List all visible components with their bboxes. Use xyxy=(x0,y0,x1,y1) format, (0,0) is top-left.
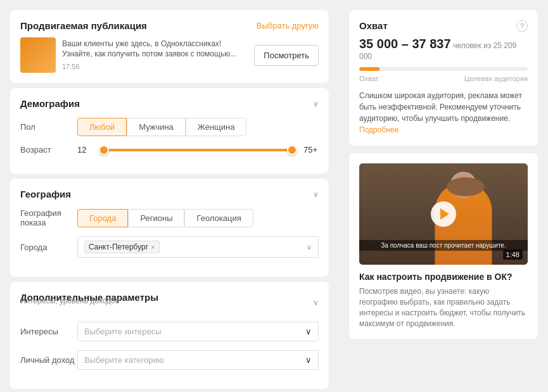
pub-header: Продвигаемая публикация Выбрать другую xyxy=(20,20,319,31)
gender-female-btn[interactable]: Женщина xyxy=(186,118,247,136)
age-min-value: 12 xyxy=(77,145,92,155)
view-button[interactable]: Посмотреть xyxy=(254,45,319,66)
play-icon xyxy=(440,208,449,220)
age-slider-track[interactable] xyxy=(99,149,297,151)
reach-progress-labels: Охват Целевая аудитория xyxy=(359,75,528,82)
interests-select[interactable]: Выберите интересы ∨ xyxy=(77,322,319,341)
video-card: За полчаса ваш пост прочитает нарушите. … xyxy=(349,153,538,339)
pub-title: Продвигаемая публикация xyxy=(20,20,147,31)
cities-label: Города xyxy=(20,243,77,252)
age-slider-thumb-right[interactable] xyxy=(287,145,297,155)
pub-content: Ваши клиенты уже здесь, в Одноклассниках… xyxy=(20,37,319,73)
reach-help-icon[interactable]: ? xyxy=(516,20,528,32)
reach-label-right: Целевая аудитория xyxy=(464,75,528,82)
income-select[interactable]: Выберите категорию ∨ xyxy=(77,350,319,370)
gender-label: Пол xyxy=(20,122,77,132)
demographics-header[interactable]: Демография ∨ xyxy=(20,98,319,109)
extra-params-header[interactable]: Дополнительные параметры Интересы, урове… xyxy=(20,292,319,313)
income-arrow: ∨ xyxy=(305,355,312,365)
show-geography-control: Города Регионы Геолокация xyxy=(77,209,319,227)
pub-time: 17:56 xyxy=(62,62,248,72)
reach-warning-text: Слишком широкая аудитория, реклама может… xyxy=(359,91,522,123)
reach-progress-fill xyxy=(359,67,379,71)
demographics-chevron: ∨ xyxy=(313,99,319,108)
reach-progress-bar xyxy=(359,67,528,71)
reach-numbers-row: 35 000 – 37 837 человек из 25 209 000 xyxy=(359,37,528,61)
age-slider-thumb-left[interactable] xyxy=(99,145,109,155)
income-row: Личный доход Выберите категорию ∨ xyxy=(20,350,319,370)
reach-title: Охват xyxy=(359,20,388,31)
age-max-value: 75+ xyxy=(303,145,319,155)
age-control: 12 75+ xyxy=(77,145,319,155)
geo-geolocation-btn[interactable]: Геолокация xyxy=(184,209,253,227)
cities-dropdown-arrow: ∨ xyxy=(307,243,312,251)
age-label: Возраст xyxy=(20,145,77,155)
city-tag-remove[interactable]: × xyxy=(151,243,155,251)
gender-male-btn[interactable]: Мужчина xyxy=(127,118,186,136)
show-geography-row: География показа Города Регионы Геолокац… xyxy=(20,208,319,227)
income-label: Личный доход xyxy=(20,355,77,365)
pub-description: Ваши клиенты уже здесь, в Одноклассниках… xyxy=(62,39,248,60)
show-geography-label: География показа xyxy=(20,208,77,227)
interests-label: Интересы xyxy=(20,327,77,336)
geography-header[interactable]: География ∨ xyxy=(20,189,319,199)
pub-thumbnail xyxy=(20,37,56,73)
geo-cities-btn[interactable]: Города xyxy=(77,209,128,227)
extra-params-card: Дополнительные параметры Интересы, урове… xyxy=(10,282,329,389)
reach-numbers: 35 000 – 37 837 xyxy=(359,37,451,51)
age-slider-fill xyxy=(99,149,297,151)
city-tag: Санкт-Петербург × xyxy=(84,241,160,253)
publication-card: Продвигаемая публикация Выбрать другую В… xyxy=(10,10,329,83)
geography-title: География xyxy=(20,189,71,199)
video-description: Посмотрев видео, вы узнаете: какую геогр… xyxy=(359,286,528,329)
video-thumbnail[interactable]: За полчаса ваш пост прочитает нарушите. … xyxy=(359,163,528,265)
gender-row: Пол Любой Мужчина Женщина xyxy=(20,118,319,136)
extra-params-header-text: Дополнительные параметры Интересы, урове… xyxy=(20,292,158,313)
video-duration: 1:48 xyxy=(503,250,523,260)
reach-warning-link[interactable]: Подробнее xyxy=(359,125,398,134)
reach-label-left: Охват xyxy=(359,75,379,82)
demographics-title: Демография xyxy=(20,98,80,109)
video-subtitle: За полчаса ваш пост прочитает нарушите. xyxy=(359,240,528,251)
geo-regions-btn[interactable]: Регионы xyxy=(128,209,184,227)
interests-arrow: ∨ xyxy=(305,327,312,336)
extra-params-chevron: ∨ xyxy=(313,298,319,307)
interests-placeholder: Выберите интересы xyxy=(84,327,161,336)
city-tag-label: Санкт-Петербург xyxy=(89,243,148,251)
geography-chevron: ∨ xyxy=(313,190,319,199)
reach-warning: Слишком широкая аудитория, реклама может… xyxy=(359,90,528,136)
age-range-row: 12 75+ xyxy=(77,145,319,155)
reach-card: Охват ? 35 000 – 37 837 человек из 25 20… xyxy=(349,10,538,146)
cities-input[interactable]: Санкт-Петербург × ∨ xyxy=(77,236,319,258)
pub-text-block: Ваши клиенты уже здесь, в Одноклассниках… xyxy=(62,39,248,72)
video-title: Как настроить продвижение в ОК? xyxy=(359,271,528,282)
geography-segmented: Города Регионы Геолокация xyxy=(77,209,319,227)
demographics-card: Демография ∨ Пол Любой Мужчина Женщина В… xyxy=(10,88,329,174)
gender-control: Любой Мужчина Женщина xyxy=(77,118,319,136)
geography-card: География ∨ География показа Города Реги… xyxy=(10,179,329,277)
gender-any-btn[interactable]: Любой xyxy=(77,118,127,136)
reach-header: Охват ? xyxy=(359,20,528,32)
gender-segmented: Любой Мужчина Женщина xyxy=(77,118,319,136)
interests-row: Интересы Выберите интересы ∨ xyxy=(20,322,319,341)
choose-another-link[interactable]: Выбрать другую xyxy=(257,21,319,30)
cities-row: Города Санкт-Петербург × ∨ xyxy=(20,236,319,258)
video-play-button[interactable] xyxy=(431,201,456,227)
age-row: Возраст 12 75+ xyxy=(20,145,319,155)
income-placeholder: Выберите категорию xyxy=(84,355,164,365)
